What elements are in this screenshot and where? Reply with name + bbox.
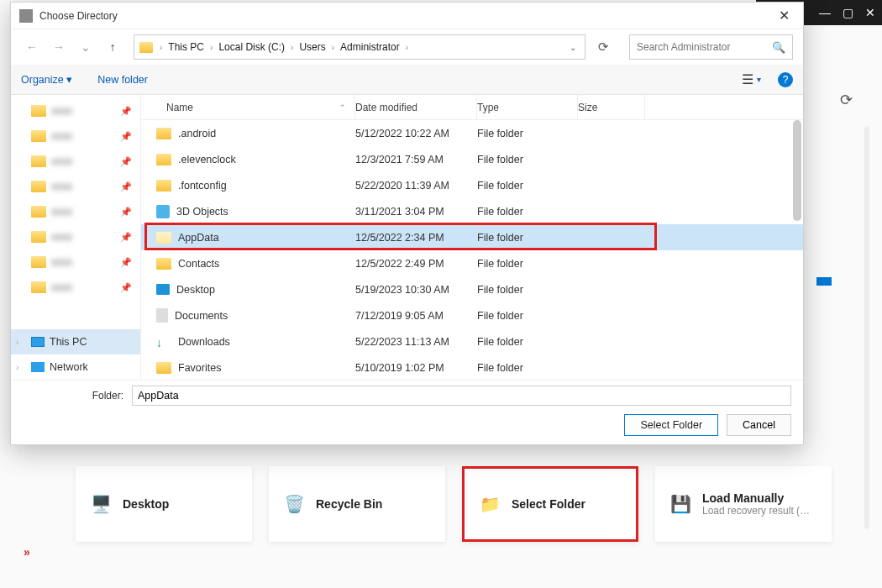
file-row[interactable]: Desktop5/19/2023 10:30 AMFile folder [141,276,803,302]
card-desktop-label: Desktop [123,497,169,511]
folder-icon [156,232,171,244]
file-type: File folder [477,180,578,192]
card-select-folder[interactable]: 📁 Select Folder [462,466,638,542]
col-name[interactable]: Name⌃ [141,95,355,119]
folder-name-input[interactable] [132,386,791,406]
search-input[interactable] [637,41,772,53]
folder-icon [156,128,171,139]
file-row[interactable]: 3D Objects3/11/2021 3:04 PMFile folder [141,198,803,224]
forward-button[interactable]: → [48,36,70,58]
search-box[interactable]: 🔍 [629,34,793,60]
decorative-stripe [816,277,832,286]
pin-icon: 📌 [120,282,132,293]
file-date: 12/3/2021 7:59 AM [355,154,477,165]
file-name: AppData [178,232,219,244]
minimize-button[interactable]: — [819,6,831,19]
pin-icon: 📌 [120,131,132,142]
tree-quick-access-item[interactable]: xxxx📌 [11,98,140,123]
recent-button[interactable]: ⌄ [75,36,97,58]
tree-quick-access-item[interactable]: xxxx📌 [11,123,140,149]
tree-quick-access-item[interactable]: xxxx📌 [11,224,140,249]
file-type: File folder [477,206,578,218]
bc-administrator[interactable]: Administrator [338,41,402,53]
file-row[interactable]: Documents7/12/2019 9:05 AMFile folder [141,302,803,328]
card-desktop[interactable]: 🖥️ Desktop [76,466,252,542]
tree-network[interactable]: › Network [11,354,140,380]
help-button[interactable]: ? [778,72,793,87]
nav-bar: ← → ⌄ ↑ › This PC › Local Disk (C:) › Us… [11,29,803,65]
pin-icon: 📌 [120,106,132,117]
file-date: 12/5/2022 2:34 PM [355,232,477,244]
tree-quick-access-item[interactable]: xxxx📌 [11,249,140,275]
file-row[interactable]: .android5/12/2022 10:22 AMFile folder [141,120,803,146]
pc-icon [31,337,45,347]
up-button[interactable]: ↑ [102,36,123,58]
view-icon[interactable]: ☰ [742,71,753,87]
folder-icon [156,154,171,165]
scrollbar[interactable] [864,126,869,529]
tree-this-pc[interactable]: › This PC [11,329,140,354]
back-button[interactable]: ← [21,36,43,58]
refresh-button[interactable]: ⟳ [591,39,616,55]
chevron-right-icon[interactable]: › [16,363,18,372]
file-date: 5/10/2019 1:02 PM [355,362,477,374]
tree-item-label: xxxx [51,105,72,117]
bc-users[interactable]: Users [297,41,328,53]
maximize-button[interactable]: ▢ [843,6,853,19]
file-row[interactable]: Downloads5/22/2023 11:13 AMFile folder [141,328,803,354]
tree-quick-access-item[interactable]: xxxx📌 [11,149,140,174]
file-name: Favorites [178,362,221,374]
cancel-button[interactable]: Cancel [727,414,791,436]
file-type: File folder [477,154,578,165]
folder-icon [156,336,171,348]
chevron-down-icon[interactable]: ⌄ [570,43,576,52]
load-icon: 💾 [669,492,692,516]
refresh-icon[interactable]: ⟳ [840,91,853,109]
organize-menu[interactable]: Organize ▾ [21,73,72,86]
bc-this-pc[interactable]: This PC [165,41,207,53]
close-button[interactable]: ✕ [865,6,875,19]
search-icon[interactable]: 🔍 [772,41,785,54]
folder-icon [156,258,171,270]
card-recycle-bin[interactable]: 🗑️ Recycle Bin [269,466,445,542]
file-row[interactable]: Favorites5/10/2019 1:02 PMFile folder [141,354,803,380]
tree-item-label: xxxx [51,155,72,167]
tree-quick-access-item[interactable]: xxxx📌 [11,199,140,224]
file-name: .fontconfig [178,180,227,192]
tree-quick-access-item[interactable]: xxxx📌 [11,174,140,199]
file-row[interactable]: .elevenclock12/3/2021 7:59 AMFile folder [141,146,803,172]
app-icon [19,9,33,23]
chevron-right-icon[interactable]: › [16,338,18,347]
tree-label: Network [50,361,88,373]
card-load-manually[interactable]: 💾 Load Manually Load recovery result (*… [655,466,832,542]
col-type[interactable]: Type [477,95,578,119]
scrollbar-thumb[interactable] [793,120,801,221]
file-row[interactable]: Contacts12/5/2022 2:49 PMFile folder [141,250,803,276]
view-menu-caret[interactable]: ▾ [757,75,761,84]
select-folder-button[interactable]: Select Folder [624,414,718,436]
file-name: Desktop [176,284,215,296]
sort-asc-icon: ⌃ [339,103,346,112]
col-date[interactable]: Date modified [355,95,477,119]
expand-icon[interactable]: » [24,545,30,559]
file-date: 5/22/2020 11:39 AM [355,180,477,192]
dialog-close-button[interactable]: ✕ [774,8,795,24]
card-select-folder-label: Select Folder [512,497,585,511]
card-load-label: Load Manually [702,491,811,505]
tree-item-label: xxxx [51,206,72,218]
tree-item-label: xxxx [51,181,72,192]
tree-quick-access-item[interactable]: xxxx📌 [11,275,140,300]
file-row[interactable]: .fontconfig5/22/2020 11:39 AMFile folder [141,172,803,198]
file-row[interactable]: AppData12/5/2022 2:34 PMFile folder [141,224,803,250]
bc-disk-c[interactable]: Local Disk (C:) [216,41,287,53]
file-type: File folder [477,128,578,139]
tree-label: This PC [50,336,87,348]
breadcrumb[interactable]: › This PC › Local Disk (C:) › Users › Ad… [134,34,585,60]
folder-icon [31,155,46,167]
file-date: 5/22/2023 11:13 AM [355,336,477,348]
new-folder-button[interactable]: New folder [97,74,148,86]
col-size[interactable]: Size [578,95,645,119]
chevron-right-icon: › [158,43,164,52]
tree-item-label: xxxx [51,256,72,268]
tree-item-label: xxxx [51,281,72,293]
